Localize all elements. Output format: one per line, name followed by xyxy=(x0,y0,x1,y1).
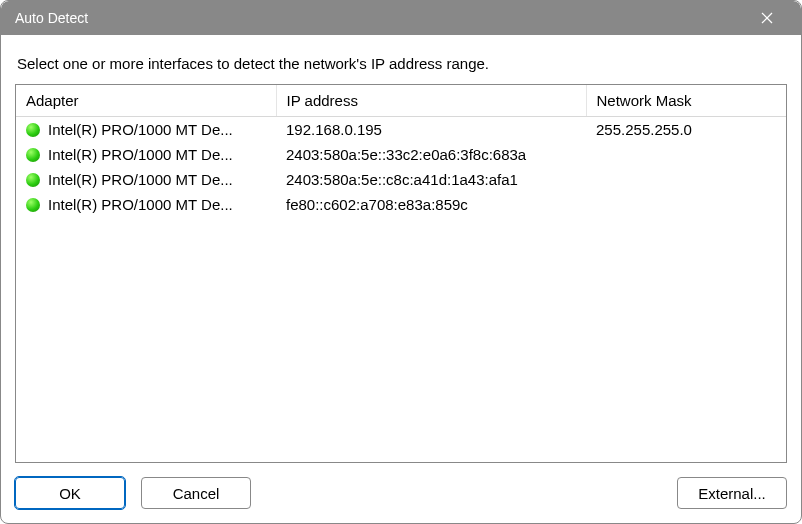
button-bar: OK Cancel External... xyxy=(15,463,787,509)
status-up-icon xyxy=(26,173,40,187)
table-row[interactable]: Intel(R) PRO/1000 MT De...fe80::c602:a70… xyxy=(16,192,786,217)
titlebar: Auto Detect xyxy=(1,1,801,35)
col-header-ip[interactable]: IP address xyxy=(276,85,586,117)
cell-ip: fe80::c602:a708:e83a:859c xyxy=(276,192,586,217)
dialog-content: Select one or more interfaces to detect … xyxy=(1,35,801,523)
cell-adapter: Intel(R) PRO/1000 MT De... xyxy=(16,142,276,167)
window-title: Auto Detect xyxy=(15,10,747,26)
close-icon xyxy=(761,12,773,24)
cancel-button[interactable]: Cancel xyxy=(141,477,251,509)
adapter-name: Intel(R) PRO/1000 MT De... xyxy=(48,146,233,163)
external-button[interactable]: External... xyxy=(677,477,787,509)
cell-ip: 2403:580a:5e::33c2:e0a6:3f8c:683a xyxy=(276,142,586,167)
table-row[interactable]: Intel(R) PRO/1000 MT De...192.168.0.1952… xyxy=(16,117,786,143)
cell-adapter: Intel(R) PRO/1000 MT De... xyxy=(16,167,276,192)
table-row[interactable]: Intel(R) PRO/1000 MT De...2403:580a:5e::… xyxy=(16,167,786,192)
close-button[interactable] xyxy=(747,1,787,35)
interfaces-scroll[interactable]: Adapter IP address Network Mask Intel(R)… xyxy=(16,85,786,462)
col-header-mask[interactable]: Network Mask xyxy=(586,85,786,117)
table-row[interactable]: Intel(R) PRO/1000 MT De...2403:580a:5e::… xyxy=(16,142,786,167)
status-up-icon xyxy=(26,123,40,137)
cell-ip: 192.168.0.195 xyxy=(276,117,586,143)
cell-mask xyxy=(586,167,786,192)
adapter-name: Intel(R) PRO/1000 MT De... xyxy=(48,196,233,213)
interfaces-table-container: Adapter IP address Network Mask Intel(R)… xyxy=(15,84,787,463)
status-up-icon xyxy=(26,198,40,212)
adapter-name: Intel(R) PRO/1000 MT De... xyxy=(48,121,233,138)
cell-adapter: Intel(R) PRO/1000 MT De... xyxy=(16,117,276,142)
cell-mask: 255.255.255.0 xyxy=(586,117,786,143)
cell-adapter: Intel(R) PRO/1000 MT De... xyxy=(16,192,276,217)
adapter-name: Intel(R) PRO/1000 MT De... xyxy=(48,171,233,188)
cell-mask xyxy=(586,192,786,217)
cell-mask xyxy=(586,142,786,167)
instruction-text: Select one or more interfaces to detect … xyxy=(17,55,785,72)
interfaces-table: Adapter IP address Network Mask Intel(R)… xyxy=(16,85,786,217)
ok-button[interactable]: OK xyxy=(15,477,125,509)
col-header-adapter[interactable]: Adapter xyxy=(16,85,276,117)
cell-ip: 2403:580a:5e::c8c:a41d:1a43:afa1 xyxy=(276,167,586,192)
status-up-icon xyxy=(26,148,40,162)
